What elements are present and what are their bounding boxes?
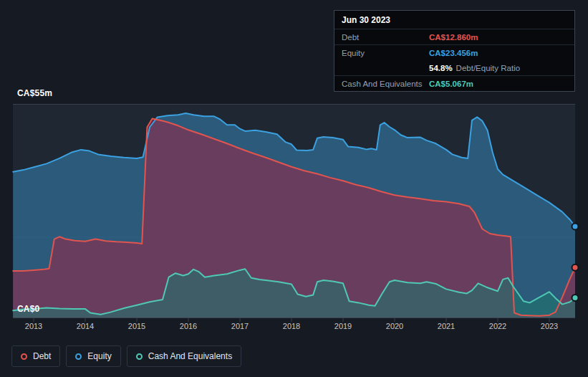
cash-series-dot-icon — [136, 353, 143, 360]
cash-and-equivalents-endpoint-dot — [572, 295, 579, 301]
tooltip-equity-value: CA$23.456m — [429, 49, 478, 57]
x-axis-label-2021: 2021 — [438, 322, 455, 330]
tooltip-debt-row: Debt CA$12.860m — [334, 29, 574, 45]
debt-endpoint-dot — [572, 264, 579, 271]
legend-equity-label: Equity — [87, 351, 111, 361]
x-axis-label-2022: 2022 — [489, 322, 506, 330]
x-axis-label-2013: 2013 — [25, 322, 42, 330]
equity-endpoint-dot — [572, 223, 579, 229]
x-axis-label-2020: 2020 — [386, 322, 403, 330]
chart-page: { "colors": { "debt": "#e2544e", "equity… — [0, 0, 588, 377]
x-axis-label-2023: 2023 — [541, 322, 558, 330]
x-axis-label-2018: 2018 — [283, 322, 300, 330]
chart-legend: Debt Equity Cash And Equivalents — [11, 345, 241, 367]
tooltip-ratio-row: 54.8% Debt/Equity Ratio — [334, 60, 574, 76]
x-axis-label-2019: 2019 — [334, 322, 352, 330]
tooltip-debt-label: Debt — [342, 33, 429, 42]
equity-series-dot-icon — [75, 353, 82, 360]
x-axis-label-2017: 2017 — [231, 322, 249, 330]
legend-cash-label: Cash And Equivalents — [148, 351, 232, 361]
legend-item-equity[interactable]: Equity — [66, 345, 120, 367]
legend-item-cash-and-equivalents[interactable]: Cash And Equivalents — [127, 345, 241, 367]
x-axis-label-2016: 2016 — [180, 322, 197, 330]
legend-debt-label: Debt — [33, 351, 51, 361]
tooltip-debt-value: CA$12.860m — [429, 33, 478, 42]
tooltip-ratio-label: Debt/Equity Ratio — [456, 64, 521, 72]
tooltip-date: Jun 30 2023 — [334, 11, 574, 29]
y-axis-zero-label: CA$0 — [17, 304, 39, 314]
tooltip-ratio-value: 54.8% — [429, 64, 453, 72]
x-axis-label-2015: 2015 — [128, 322, 145, 330]
tooltip-cash-label: Cash And Equivalents — [342, 80, 429, 88]
legend-item-debt[interactable]: Debt — [11, 345, 60, 367]
y-axis-max-label: CA$55m — [17, 88, 52, 98]
chart-tooltip: Jun 30 2023 Debt CA$12.860m Equity CA$23… — [334, 10, 575, 92]
x-axis-label-2014: 2014 — [77, 322, 94, 330]
tooltip-equity-row: Equity CA$23.456m — [334, 45, 574, 60]
debt-series-dot-icon — [21, 353, 27, 360]
tooltip-equity-label: Equity — [342, 49, 429, 57]
tooltip-cash-value: CA$5.067m — [429, 80, 473, 88]
tooltip-cash-row: Cash And Equivalents CA$5.067m — [334, 76, 574, 91]
